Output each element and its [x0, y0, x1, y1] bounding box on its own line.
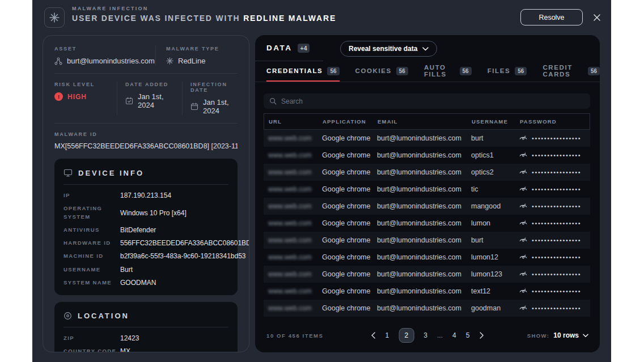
eye-off-icon[interactable] — [519, 270, 527, 278]
date-added-label: DATE ADDED — [125, 82, 176, 87]
table-row[interactable]: www.web.comGoogle chromeburt@lumonindust… — [264, 147, 590, 164]
blurred-url: www.web.com — [268, 270, 312, 278]
url-cell: www.web.com — [264, 134, 317, 142]
password-cell: •••••••••••••••• — [515, 287, 590, 295]
page-button-1[interactable]: 1 — [385, 331, 389, 339]
masked-password: •••••••••••••••• — [532, 203, 581, 210]
eye-off-icon[interactable] — [519, 253, 527, 261]
tab-credentials[interactable]: CREDENTIALS 56 — [266, 61, 340, 82]
location-row-zip: ZIP 12423 — [63, 334, 228, 342]
tab-label: CREDENTIALS — [266, 67, 323, 74]
eye-off-icon[interactable] — [519, 151, 527, 159]
url-cell: www.web.com — [264, 270, 317, 278]
table-row[interactable]: www.web.comGoogle chromeburt@lumonindust… — [264, 181, 590, 198]
tab-auto-fills[interactable]: AUTO FILLS 56 — [424, 61, 472, 82]
header-text: MALWARE INFECTION USER DEVICE WAS INFECT… — [72, 6, 336, 23]
data-count-badge: +4 — [298, 44, 310, 53]
tab-files[interactable]: FILES 56 — [488, 61, 527, 82]
malware-type-asterisk-icon — [166, 57, 173, 65]
tab-cookies[interactable]: COOKIES 56 — [355, 61, 408, 82]
page-button-2-active[interactable]: 2 — [399, 328, 414, 343]
eye-off-icon[interactable] — [519, 287, 527, 295]
masked-password: •••••••••••••••• — [532, 305, 581, 312]
application-cell: Google chrome — [317, 253, 372, 261]
blurred-url: www.web.com — [268, 185, 312, 193]
tab-count-badge: 56 — [396, 67, 408, 75]
eye-off-icon[interactable] — [519, 219, 527, 227]
reveal-sensitive-data-button[interactable]: Reveal sensitive data — [340, 41, 437, 57]
table-row[interactable]: www.web.comGoogle chromeburt@lumonindust… — [264, 164, 590, 181]
table-row[interactable]: www.web.comGoogle chromeburt@lumonindust… — [264, 130, 590, 147]
blurred-url: www.web.com — [268, 202, 312, 210]
reveal-button-label: Reveal sensitive data — [349, 45, 417, 53]
eye-off-icon[interactable] — [519, 134, 527, 142]
data-title: DATA — [266, 44, 293, 52]
page-button-3[interactable]: 3 — [423, 331, 427, 339]
application-cell: Google chrome — [317, 134, 372, 142]
eye-off-icon[interactable] — [519, 185, 527, 193]
masked-password: •••••••••••••••• — [532, 152, 581, 159]
page-button-4[interactable]: 4 — [452, 331, 456, 339]
asset-label: ASSET — [54, 46, 155, 52]
previous-page-icon[interactable] — [371, 332, 376, 339]
table-row[interactable]: www.web.comGoogle chromeburt@lumonindust… — [264, 283, 590, 300]
url-cell: www.web.com — [264, 168, 317, 176]
monitor-icon — [63, 168, 73, 177]
email-cell: burt@lumonindustries.com — [372, 151, 467, 159]
row-label: OPERATING SYSTEM — [63, 205, 120, 221]
table-row[interactable]: www.web.comGoogle chromeburt@lumonindust… — [264, 300, 590, 317]
next-page-icon[interactable] — [479, 332, 484, 339]
url-cell: www.web.com — [264, 219, 317, 227]
location-title: LOCATION — [78, 312, 129, 320]
email-cell: burt@lumonindustries.com — [372, 287, 467, 295]
risk-level-value: HIGH — [67, 93, 87, 101]
table-row[interactable]: www.web.comGoogle chromeburt@lumonindust… — [264, 198, 590, 215]
eye-off-icon[interactable] — [519, 168, 527, 176]
eye-off-icon[interactable] — [519, 236, 527, 244]
application-cell: Google chrome — [317, 151, 372, 159]
tab-credit-cards[interactable]: CREDIT CARDS 56 — [543, 61, 600, 82]
table-row[interactable]: www.web.comGoogle chromeburt@lumonindust… — [264, 215, 590, 232]
row-value: Burt — [120, 266, 133, 274]
username-cell: lumon12 — [467, 253, 515, 261]
device-row-ip: IP 187.190.213.154 — [63, 191, 228, 199]
search-input[interactable] — [281, 97, 584, 105]
asset-value: burt@lumonindustries.com — [67, 57, 155, 65]
row-value: BitDefender — [120, 226, 156, 234]
eye-off-icon[interactable] — [519, 304, 527, 312]
show-label: SHOW: — [527, 333, 550, 339]
password-cell: •••••••••••••••• — [515, 304, 590, 312]
table-body: www.web.comGoogle chromeburt@lumonindust… — [264, 130, 590, 317]
tab-label: FILES — [488, 67, 511, 74]
password-cell: •••••••••••••••• — [515, 168, 590, 176]
device-row-machine-id: MACHINE ID b2f39a6c-55f3-483a-9c60-19218… — [63, 252, 228, 260]
username-cell: optics1 — [467, 151, 515, 159]
modal-header: MALWARE INFECTION USER DEVICE WAS INFECT… — [32, 0, 611, 35]
resolve-button[interactable]: Resolve — [520, 9, 583, 25]
application-cell: Google chrome — [317, 219, 372, 227]
table-row[interactable]: www.web.comGoogle chromeburt@lumonindust… — [264, 232, 590, 249]
masked-password: •••••••••••••••• — [532, 169, 581, 176]
risk-level-field: RISK LEVEL ! HIGH — [54, 82, 117, 115]
row-label: ANTIVIRUS — [63, 226, 120, 234]
masked-password: •••••••••••••••• — [532, 237, 581, 244]
masked-password: •••••••••••••••• — [532, 271, 581, 278]
row-label: ZIP — [63, 334, 120, 342]
device-row-hardware-id: HARDWARE ID 556FFC32BEEDED6FA336ABCC0860… — [63, 239, 228, 247]
close-icon[interactable] — [592, 12, 602, 23]
row-value: Windows 10 Pro [x64] — [120, 209, 187, 217]
eye-off-icon[interactable] — [519, 202, 527, 210]
search-bar — [264, 93, 590, 109]
password-cell: •••••••••••••••• — [515, 236, 590, 244]
table-row[interactable]: www.web.comGoogle chromeburt@lumonindust… — [264, 266, 590, 283]
row-value: 556FFC32BEEDED6FA336ABCC08601BD8 — [120, 239, 249, 247]
rows-per-page-control[interactable]: SHOW: 10 rows — [527, 331, 588, 339]
table-header: URL APPLICATION EMAIL USERNAME PASSWORD — [264, 113, 590, 130]
data-panel: DATA +4 Reveal sensitive data CREDENTIAL… — [255, 35, 600, 352]
table-row[interactable]: www.web.comGoogle chromeburt@lumonindust… — [264, 249, 590, 266]
page-button-5[interactable]: 5 — [466, 331, 470, 339]
email-cell: burt@lumonindustries.com — [372, 270, 467, 278]
username-cell: goodman — [467, 304, 515, 312]
data-tabs: CREDENTIALS 56 COOKIES 56 AUTO FILLS 56 … — [255, 61, 600, 82]
masked-password: •••••••••••••••• — [532, 135, 581, 142]
